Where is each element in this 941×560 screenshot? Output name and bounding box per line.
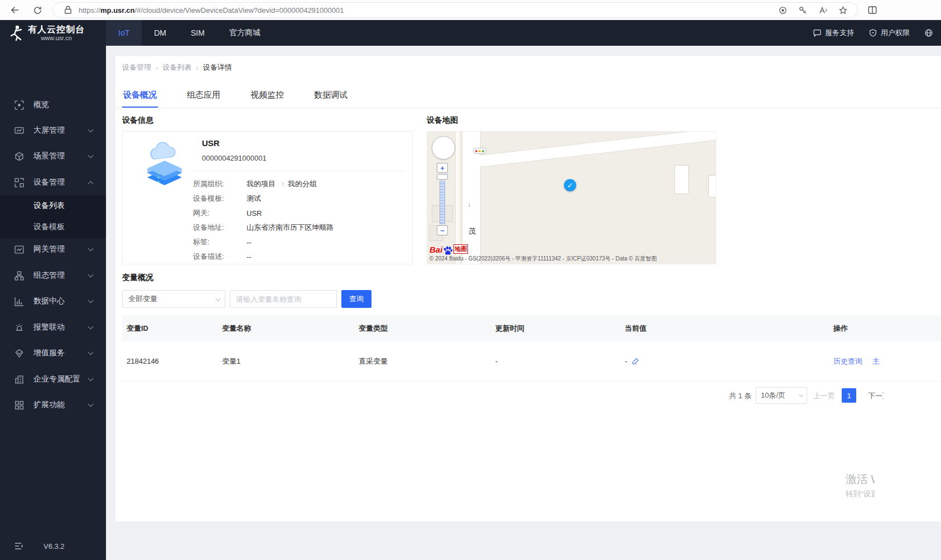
sidebar-item-scene[interactable]: 场景管理 (0, 143, 106, 169)
sidebar-subitem-device-template[interactable]: 设备模板 (0, 216, 106, 238)
brand-logo[interactable]: 有人云控制台 www.usr.cn (0, 20, 106, 46)
password-key-icon[interactable] (797, 4, 808, 16)
sidebar-item-label: 场景管理 (33, 151, 65, 161)
pan-left-icon[interactable] (435, 145, 441, 151)
split-screen-icon[interactable] (866, 3, 879, 17)
collapse-menu-icon[interactable] (15, 542, 23, 551)
edit-pencil-icon[interactable] (631, 357, 640, 365)
site-location-icon[interactable] (777, 4, 788, 16)
sidebar-item-overview[interactable]: 概览 (0, 92, 106, 118)
chevron-down-icon (88, 152, 94, 158)
top-nav: IoT DM SIM 官方商城 (106, 20, 273, 46)
baidu-logo-map-text: 地图 (453, 244, 468, 254)
top-tab-iot[interactable]: IoT (106, 20, 142, 46)
user-permission[interactable]: 用户权限 (868, 28, 910, 38)
language-globe[interactable] (924, 28, 933, 37)
pan-right-icon[interactable] (446, 145, 452, 151)
sidebar-item-extension[interactable]: 扩展功能 (0, 392, 106, 418)
cell-variable-name: 变量1 (218, 356, 354, 366)
tab-data-debug[interactable]: 数据调试 (313, 84, 349, 108)
field-label: 设备描述: (193, 252, 247, 262)
sidebar-item-gateway[interactable]: 网关管理 (0, 236, 106, 262)
page-number-1[interactable]: 1 (842, 388, 856, 403)
chevron-down-icon (799, 392, 803, 397)
sidebar-item-vas[interactable]: 增值服务 (0, 340, 106, 366)
query-button[interactable]: 查询 (341, 290, 371, 308)
brand-text: 有人云控制台 www.usr.cn (28, 25, 85, 41)
page-size-select[interactable]: 10条/页 (756, 387, 807, 404)
map-building (708, 175, 716, 197)
url-text: https://mp.usr.cn/#/cloud/device/ViewDev… (79, 6, 777, 15)
sidebar-item-alarm[interactable]: 报警联动 (0, 315, 106, 340)
map-pan-control[interactable] (432, 136, 455, 160)
service-support[interactable]: 服务支持 (813, 28, 854, 38)
field-label: 网关: (193, 208, 247, 218)
top-tab-sim[interactable]: SIM (178, 20, 217, 46)
map-zoom-out-button[interactable]: − (437, 225, 448, 235)
road-name-label: 茂 (469, 226, 476, 236)
sidebar-item-label: 数据中心 (33, 296, 65, 306)
sidebar-item-label: 大屏管理 (33, 125, 65, 136)
favorite-star-icon[interactable] (837, 4, 848, 16)
field-label: 设备地址: (193, 223, 247, 233)
variable-search-input[interactable] (230, 290, 337, 308)
variable-type-select[interactable]: 全部变量 (122, 290, 225, 308)
table-header-row: 变量ID 变量名称 变量类型 更新时间 当前值 操作 (122, 315, 941, 341)
browser-address-bar[interactable]: https://mp.usr.cn/#/cloud/device/ViewDev… (52, 2, 858, 18)
browser-refresh-icon[interactable] (31, 3, 44, 17)
top-tab-dm[interactable]: DM (142, 20, 178, 46)
globe-icon (924, 28, 933, 37)
map-zoom-slider-handle[interactable] (437, 174, 448, 180)
prev-page-button[interactable]: 上一页 (813, 391, 835, 401)
sidebar-subitem-device-list[interactable]: 设备列表 (0, 195, 106, 216)
history-query-link[interactable]: 历史查询 (833, 356, 862, 366)
chevron-down-icon (88, 401, 94, 407)
device-info-title: 设备信息 (122, 115, 153, 125)
col-update-time: 更新时间 (491, 324, 620, 334)
chart-box-icon (15, 245, 24, 254)
tab-configuration-app[interactable]: 组态应用 (186, 84, 221, 108)
sidebar-item-bigscreen[interactable]: 大屏管理 (0, 118, 106, 143)
sidebar-item-device[interactable]: 设备管理 (0, 170, 106, 195)
map-zoom-slider-track[interactable] (440, 181, 445, 224)
device-tag-row: 标签: -- (193, 237, 408, 247)
device-gateway-row: 网关: USR (193, 208, 408, 218)
page-size-value: 10条/页 (761, 390, 785, 400)
field-label: 设备模板: (193, 194, 247, 204)
chevron-down-icon (88, 272, 94, 277)
sidebar-item-configuration[interactable]: 组态管理 (0, 263, 106, 288)
lock-icon[interactable] (63, 5, 73, 15)
sidebar-item-label: 增值服务 (33, 348, 65, 358)
pan-down-icon[interactable] (441, 151, 446, 156)
breadcrumb-separator: › (196, 64, 198, 72)
breadcrumb-device-management[interactable]: 设备管理 (122, 62, 151, 73)
sidebar-item-datacenter[interactable]: 数据中心 (0, 288, 106, 314)
baidu-map[interactable]: + − ↓ 茂 ✓ Bai 地图 © 2024 Baidu - GS(2023)… (427, 131, 716, 264)
col-variable-type: 变量类型 (354, 324, 491, 334)
pan-up-icon[interactable] (441, 139, 446, 145)
sidebar-item-enterprise[interactable]: 企业专属配置 (0, 366, 106, 392)
sitemap-icon (15, 271, 24, 281)
sidebar: 概览 大屏管理 场景管理 设备管理 设备列表 设备模板 网关管理 (0, 46, 106, 560)
field-value: -- (247, 237, 252, 247)
device-location-marker[interactable]: ✓ (564, 179, 576, 191)
app-header: 有人云控制台 www.usr.cn IoT DM SIM 官方商城 服务支持 用… (0, 20, 941, 46)
map-zoom-in-button[interactable]: + (437, 163, 448, 173)
browser-back-icon[interactable] (8, 3, 22, 17)
sidebar-item-label: 网关管理 (33, 244, 65, 254)
secondary-action-link[interactable]: 主 (872, 356, 880, 366)
top-tab-mall[interactable]: 官方商城 (217, 20, 273, 46)
version-label: V6.3.2 (44, 542, 65, 551)
next-page-button[interactable]: 下一页 (868, 391, 884, 401)
cell-current-value: - (620, 357, 829, 365)
cell-actions: 历史查询 主 (829, 356, 941, 366)
tab-video-monitor[interactable]: 视频监控 (249, 84, 285, 108)
field-label: 标签: (193, 237, 247, 247)
read-aloud-icon[interactable] (817, 4, 828, 16)
field-value: 测试 (247, 194, 261, 204)
tab-device-overview[interactable]: 设备概况 (122, 84, 158, 108)
device-id: 0000004291000001 (202, 154, 267, 162)
device-map-title: 设备地图 (427, 115, 458, 125)
chevron-down-icon (88, 324, 94, 329)
breadcrumb-device-list[interactable]: 设备列表 (162, 62, 191, 73)
